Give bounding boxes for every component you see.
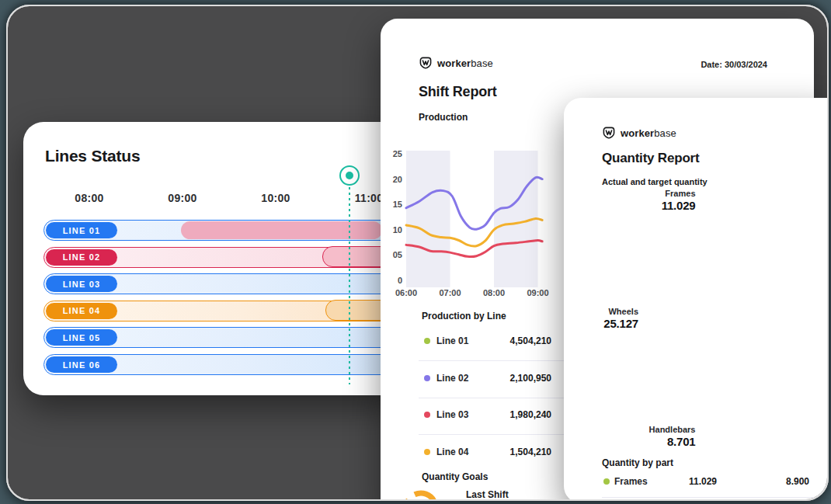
line-label-pill: LINE 05	[46, 329, 117, 346]
line-label-pill: LINE 03	[46, 276, 117, 292]
line-name: Line 02	[436, 373, 468, 384]
series-color-dot	[603, 478, 610, 485]
time-axis-label: 09:00	[168, 192, 196, 204]
line-value: 1,504,210	[482, 447, 551, 457]
part-name: Frames	[614, 476, 648, 487]
quantity-by-part-heading: Quantity by part	[602, 457, 673, 468]
lines-status-card: Lines Status 08:0009:0010:0011:00LINE 01…	[23, 122, 405, 395]
workerbase-logo: workerbase	[419, 56, 493, 70]
last-shift-label: Last Shift	[466, 489, 509, 500]
axis-name: Frames	[662, 189, 696, 199]
line-row[interactable]: LINE 05	[43, 327, 405, 348]
quantity-report-card: workerbase Quantity Report Actual and ta…	[564, 98, 829, 501]
list-divider	[419, 434, 566, 435]
line-name: Line 01	[436, 335, 468, 346]
x-axis-tick-label: 09:00	[527, 288, 548, 297]
line-name: Line 03	[436, 409, 468, 420]
y-axis-tick-label: 10	[393, 225, 402, 235]
now-marker-handle[interactable]	[339, 165, 360, 186]
radar-axis-label: Handlebars8.701	[649, 425, 696, 448]
line-row[interactable]: LINE 01	[43, 220, 405, 241]
y-axis-tick-label: 25	[393, 149, 402, 158]
logo-text-bold: worker	[437, 57, 471, 69]
list-divider	[602, 497, 820, 498]
device-frame: Lines Status 08:0009:0010:0011:00LINE 01…	[6, 5, 829, 501]
part-target-value: 8.900	[755, 476, 809, 487]
x-axis-tick-label: 07:00	[439, 288, 461, 297]
axis-value: 8.701	[649, 435, 696, 448]
x-axis-tick-label: 06:00	[395, 288, 417, 297]
part-actual-value: 11.029	[676, 476, 730, 487]
shift-report-title: Shift Report	[419, 84, 497, 100]
y-axis-tick-label: 15	[393, 200, 402, 209]
line-label-pill: LINE 04	[46, 303, 117, 319]
logo-text-light: base	[471, 57, 493, 69]
line-row[interactable]: LINE 06	[43, 354, 405, 375]
axis-value: 25.127	[603, 317, 638, 330]
time-axis-label: 08:00	[75, 192, 103, 204]
downtime-segment	[181, 221, 382, 239]
y-axis-tick-label: 20	[393, 175, 402, 184]
radar-axis-label: Frames11.029	[662, 189, 696, 212]
list-divider	[419, 360, 566, 361]
production-by-line-heading: Production by Line	[422, 311, 506, 322]
line-name: Line 04	[436, 447, 468, 457]
now-marker-line	[349, 187, 350, 384]
axis-name: Handlebars	[649, 425, 696, 435]
y-axis-tick-label: 05	[393, 250, 402, 259]
workerbase-logo-icon	[419, 56, 433, 70]
series-color-dot	[424, 375, 430, 381]
last-shift-donut-arc	[402, 488, 440, 501]
time-axis-label: 10:00	[261, 192, 290, 204]
series-color-dot	[424, 338, 430, 344]
line-label-pill: LINE 01	[46, 222, 117, 238]
list-divider	[419, 398, 566, 398]
chart-band	[406, 151, 450, 287]
line-value: 1,980,240	[482, 409, 551, 420]
mockup-stage: Lines Status 08:0009:0010:0011:00LINE 01…	[0, 0, 831, 504]
line-row[interactable]: LINE 02	[43, 247, 405, 268]
line-row[interactable]: LINE 03	[43, 273, 405, 294]
series-color-dot	[424, 412, 430, 418]
quantity-goals-heading: Quantity Goals	[422, 471, 488, 482]
line-label-pill: LINE 02	[46, 249, 117, 266]
line-label-pill: LINE 06	[46, 356, 117, 373]
last-shift-donut-chart	[402, 488, 457, 501]
series-color-dot	[424, 449, 430, 455]
report-date: Date: 30/03/2024	[701, 60, 767, 69]
radar-axis-label: Wheels25.127	[603, 307, 638, 330]
time-axis-label: 11:00	[355, 192, 384, 204]
lines-status-title: Lines Status	[45, 147, 140, 165]
production-heading: Production	[419, 112, 468, 123]
line-value: 4,504,210	[482, 335, 551, 346]
axis-name: Wheels	[603, 307, 638, 317]
radar-chart-area: Frames11.029S1Brakes6.0Handlebars8.701Wh…	[564, 98, 829, 501]
axis-value: 11.029	[662, 199, 696, 212]
x-axis-tick-label: 08:00	[483, 288, 505, 297]
line-row[interactable]: LINE 04	[43, 301, 405, 322]
y-axis-tick-label: 0	[398, 276, 402, 285]
line-value: 2,100,950	[482, 373, 551, 384]
